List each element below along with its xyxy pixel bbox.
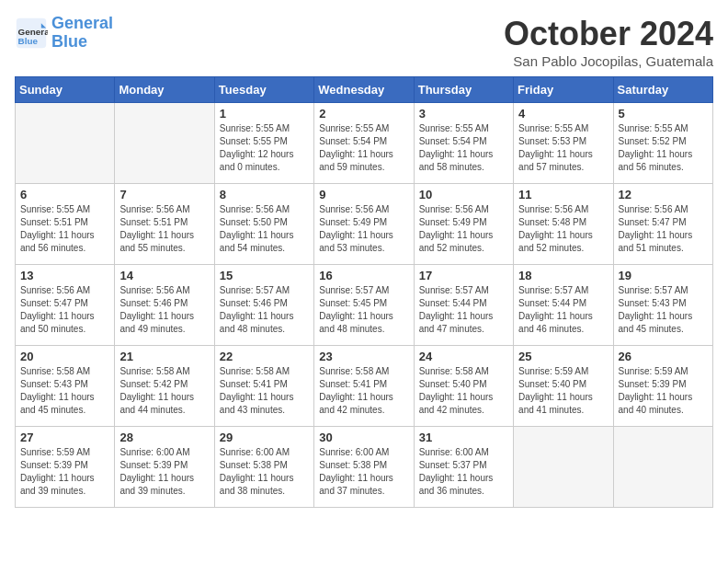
col-header-monday: Monday: [115, 77, 214, 103]
day-number: 20: [20, 350, 109, 363]
calendar-cell: 18Sunrise: 5:57 AM Sunset: 5:44 PM Dayli…: [514, 265, 613, 346]
day-info: Sunrise: 5:59 AM Sunset: 5:39 PM Dayligh…: [20, 446, 109, 498]
day-info: Sunrise: 5:56 AM Sunset: 5:48 PM Dayligh…: [518, 203, 608, 255]
calendar-cell: 29Sunrise: 6:00 AM Sunset: 5:38 PM Dayli…: [214, 427, 313, 508]
day-number: 4: [518, 107, 608, 121]
col-header-sunday: Sunday: [16, 77, 115, 103]
day-info: Sunrise: 5:55 AM Sunset: 5:53 PM Dayligh…: [518, 122, 608, 174]
day-info: Sunrise: 5:56 AM Sunset: 5:46 PM Dayligh…: [119, 284, 209, 336]
calendar-cell: [16, 103, 115, 184]
day-number: 3: [419, 107, 508, 121]
day-info: Sunrise: 5:57 AM Sunset: 5:45 PM Dayligh…: [319, 284, 408, 336]
day-info: Sunrise: 5:56 AM Sunset: 5:49 PM Dayligh…: [419, 203, 508, 255]
calendar-cell: 17Sunrise: 5:57 AM Sunset: 5:44 PM Dayli…: [414, 265, 513, 346]
calendar-header-row: SundayMondayTuesdayWednesdayThursdayFrid…: [16, 77, 713, 103]
calendar-cell: [613, 427, 712, 508]
day-number: 31: [419, 431, 508, 444]
calendar-cell: [115, 103, 214, 184]
day-info: Sunrise: 5:55 AM Sunset: 5:51 PM Dayligh…: [20, 203, 109, 255]
calendar-cell: 3Sunrise: 5:55 AM Sunset: 5:54 PM Daylig…: [414, 103, 513, 184]
day-number: 6: [20, 188, 109, 201]
day-number: 26: [619, 350, 708, 363]
calendar-cell: 15Sunrise: 5:57 AM Sunset: 5:46 PM Dayli…: [214, 265, 313, 346]
calendar-week-3: 13Sunrise: 5:56 AM Sunset: 5:47 PM Dayli…: [16, 265, 713, 346]
calendar-cell: 26Sunrise: 5:59 AM Sunset: 5:39 PM Dayli…: [613, 346, 712, 427]
day-number: 9: [319, 188, 408, 201]
calendar-cell: 23Sunrise: 5:58 AM Sunset: 5:41 PM Dayli…: [314, 346, 414, 427]
day-info: Sunrise: 5:57 AM Sunset: 5:43 PM Dayligh…: [619, 284, 708, 336]
day-info: Sunrise: 5:55 AM Sunset: 5:54 PM Dayligh…: [419, 122, 508, 174]
svg-text:Blue: Blue: [18, 35, 39, 45]
calendar-table: SundayMondayTuesdayWednesdayThursdayFrid…: [15, 76, 713, 508]
calendar-cell: 6Sunrise: 5:55 AM Sunset: 5:51 PM Daylig…: [16, 184, 115, 265]
day-info: Sunrise: 6:00 AM Sunset: 5:38 PM Dayligh…: [220, 446, 309, 498]
day-number: 27: [20, 431, 109, 444]
month-title: October 2024: [504, 15, 713, 53]
day-number: 28: [119, 431, 209, 444]
calendar-cell: 22Sunrise: 5:58 AM Sunset: 5:41 PM Dayli…: [214, 346, 313, 427]
calendar-cell: 1Sunrise: 5:55 AM Sunset: 5:55 PM Daylig…: [214, 103, 313, 184]
day-number: 1: [220, 107, 309, 121]
day-number: 24: [419, 350, 508, 363]
calendar-cell: 14Sunrise: 5:56 AM Sunset: 5:46 PM Dayli…: [115, 265, 214, 346]
calendar-week-5: 27Sunrise: 5:59 AM Sunset: 5:39 PM Dayli…: [16, 427, 713, 508]
col-header-friday: Friday: [514, 77, 613, 103]
day-number: 8: [220, 188, 309, 201]
day-info: Sunrise: 5:55 AM Sunset: 5:52 PM Dayligh…: [619, 122, 708, 174]
calendar-cell: 19Sunrise: 5:57 AM Sunset: 5:43 PM Dayli…: [613, 265, 712, 346]
day-number: 2: [319, 107, 408, 121]
calendar-cell: 11Sunrise: 5:56 AM Sunset: 5:48 PM Dayli…: [514, 184, 613, 265]
day-number: 10: [419, 188, 508, 201]
logo: General Blue GeneralBlue: [15, 15, 113, 52]
calendar-cell: 10Sunrise: 5:56 AM Sunset: 5:49 PM Dayli…: [414, 184, 513, 265]
calendar-cell: 30Sunrise: 6:00 AM Sunset: 5:38 PM Dayli…: [314, 427, 414, 508]
day-number: 23: [319, 350, 408, 363]
day-number: 5: [619, 107, 708, 121]
day-info: Sunrise: 5:59 AM Sunset: 5:40 PM Dayligh…: [518, 365, 608, 417]
day-info: Sunrise: 5:57 AM Sunset: 5:44 PM Dayligh…: [419, 284, 508, 336]
calendar-cell: 27Sunrise: 5:59 AM Sunset: 5:39 PM Dayli…: [16, 427, 115, 508]
logo-text: GeneralBlue: [51, 15, 113, 52]
day-info: Sunrise: 6:00 AM Sunset: 5:38 PM Dayligh…: [319, 446, 408, 498]
calendar-cell: 21Sunrise: 5:58 AM Sunset: 5:42 PM Dayli…: [115, 346, 214, 427]
page-header: General Blue GeneralBlue October 2024 Sa…: [15, 15, 713, 69]
calendar-cell: 20Sunrise: 5:58 AM Sunset: 5:43 PM Dayli…: [16, 346, 115, 427]
calendar-cell: 5Sunrise: 5:55 AM Sunset: 5:52 PM Daylig…: [613, 103, 712, 184]
day-number: 17: [419, 269, 508, 282]
day-info: Sunrise: 5:58 AM Sunset: 5:43 PM Dayligh…: [20, 365, 109, 417]
calendar-cell: 12Sunrise: 5:56 AM Sunset: 5:47 PM Dayli…: [613, 184, 712, 265]
calendar-cell: 8Sunrise: 5:56 AM Sunset: 5:50 PM Daylig…: [214, 184, 313, 265]
day-info: Sunrise: 5:57 AM Sunset: 5:46 PM Dayligh…: [220, 284, 309, 336]
day-info: Sunrise: 5:59 AM Sunset: 5:39 PM Dayligh…: [619, 365, 708, 417]
calendar-cell: 16Sunrise: 5:57 AM Sunset: 5:45 PM Dayli…: [314, 265, 414, 346]
calendar-cell: 13Sunrise: 5:56 AM Sunset: 5:47 PM Dayli…: [16, 265, 115, 346]
col-header-thursday: Thursday: [414, 77, 513, 103]
calendar-cell: 24Sunrise: 5:58 AM Sunset: 5:40 PM Dayli…: [414, 346, 513, 427]
day-info: Sunrise: 6:00 AM Sunset: 5:39 PM Dayligh…: [119, 446, 209, 498]
calendar-cell: 4Sunrise: 5:55 AM Sunset: 5:53 PM Daylig…: [514, 103, 613, 184]
day-info: Sunrise: 5:56 AM Sunset: 5:47 PM Dayligh…: [619, 203, 708, 255]
day-info: Sunrise: 5:56 AM Sunset: 5:49 PM Dayligh…: [319, 203, 408, 255]
calendar-week-1: 1Sunrise: 5:55 AM Sunset: 5:55 PM Daylig…: [16, 103, 713, 184]
day-number: 13: [20, 269, 109, 282]
day-info: Sunrise: 6:00 AM Sunset: 5:37 PM Dayligh…: [419, 446, 508, 498]
day-number: 14: [119, 269, 209, 282]
day-number: 25: [518, 350, 608, 363]
day-number: 16: [319, 269, 408, 282]
day-number: 12: [619, 188, 708, 201]
day-info: Sunrise: 5:56 AM Sunset: 5:50 PM Dayligh…: [220, 203, 309, 255]
logo-icon: General Blue: [15, 17, 48, 50]
day-info: Sunrise: 5:58 AM Sunset: 5:41 PM Dayligh…: [319, 365, 408, 417]
day-number: 18: [518, 269, 608, 282]
calendar-cell: 2Sunrise: 5:55 AM Sunset: 5:54 PM Daylig…: [314, 103, 414, 184]
day-number: 29: [220, 431, 309, 444]
location: San Pablo Jocopilas, Guatemala: [504, 53, 713, 69]
day-number: 21: [119, 350, 209, 363]
day-info: Sunrise: 5:58 AM Sunset: 5:41 PM Dayligh…: [220, 365, 309, 417]
calendar-cell: 28Sunrise: 6:00 AM Sunset: 5:39 PM Dayli…: [115, 427, 214, 508]
day-info: Sunrise: 5:55 AM Sunset: 5:54 PM Dayligh…: [319, 122, 408, 174]
calendar-cell: 9Sunrise: 5:56 AM Sunset: 5:49 PM Daylig…: [314, 184, 414, 265]
title-block: October 2024 San Pablo Jocopilas, Guatem…: [504, 15, 713, 69]
calendar-cell: [514, 427, 613, 508]
col-header-saturday: Saturday: [613, 77, 712, 103]
